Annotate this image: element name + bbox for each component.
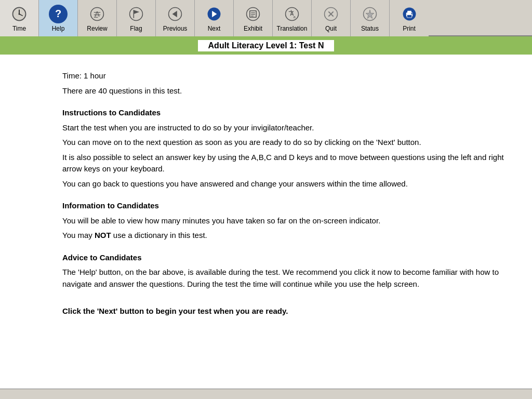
svg-point-3 [18,13,20,15]
exhibit-label: Exhibit [244,25,262,32]
instruction-2: You can move on to the next question as … [62,137,506,149]
instruction-4: You can go back to questions you have an… [62,178,506,190]
flag-label: Flag [130,25,142,32]
time-button[interactable]: Time [0,0,39,36]
info-2-pre: You may [62,231,95,240]
svg-text:a: a [294,14,296,19]
translation-icon: A a [283,5,301,23]
page-title: Adult Literacy Level 1: Test N [198,40,335,51]
review-button[interactable]: A Review [78,0,117,36]
information-title: Information to Candidates [62,200,506,212]
instructions-title: Instructions to Candidates [62,107,506,119]
quit-button[interactable]: Quit [312,0,351,36]
review-label: Review [87,25,107,32]
toolbar: Time ? Help A Review [0,0,532,36]
translation-button[interactable]: A a Translation [273,0,312,36]
info-2: You may NOT use a dictionary in this tes… [62,230,506,242]
help-label: Help [52,25,65,32]
status-label: Status [361,25,379,32]
content-area: Time: 1 hour There are 40 questions in t… [0,55,532,389]
svg-point-35 [411,13,412,14]
instruction-1: Start the test when you are instructed t… [62,122,506,134]
flag-button[interactable]: Flag [117,0,156,36]
info-1: You will be able to view how many minute… [62,215,506,227]
exhibit-button[interactable]: Exhibit [234,0,273,36]
previous-button[interactable]: Previous [156,0,195,36]
previous-icon [166,5,184,23]
flag-icon [127,5,145,23]
quit-label: Quit [325,25,337,32]
next-button[interactable]: Next [195,0,234,36]
quit-icon [322,5,340,23]
svg-rect-33 [407,10,411,13]
questions-line: There are 40 questions in this test. [62,85,506,97]
instruction-3: It is also possible to select an answer … [62,152,506,175]
next-icon [205,5,223,23]
svg-point-9 [130,7,143,20]
status-icon [361,5,379,23]
advice-title: Advice to Candidates [62,252,506,264]
print-button[interactable]: Print [390,0,429,36]
previous-label: Previous [163,25,188,32]
status-button[interactable]: Status [351,0,390,36]
time-label: Time [12,25,26,32]
next-label: Next [208,25,221,32]
svg-point-16 [247,7,260,20]
advice-1: The 'Help' button, on the bar above, is … [62,267,506,290]
clock-icon [10,5,29,23]
print-label: Print [403,25,416,32]
svg-text:A: A [95,9,100,18]
print-icon [400,5,419,23]
title-bar: Adult Literacy Level 1: Test N [0,36,532,55]
status-bar [0,389,532,399]
info-2-bold: NOT [95,231,111,240]
help-button[interactable]: ? Help [39,0,78,36]
time-line: Time: 1 hour [62,70,506,82]
help-icon: ? [49,5,68,23]
svg-rect-34 [407,15,411,17]
translation-label: Translation [277,25,308,32]
final-instruction: Click the 'Next' button to begin your te… [62,305,506,317]
exhibit-icon [244,5,262,23]
info-2-post: use a dictionary in this test. [111,231,207,240]
review-icon: A [88,5,107,23]
